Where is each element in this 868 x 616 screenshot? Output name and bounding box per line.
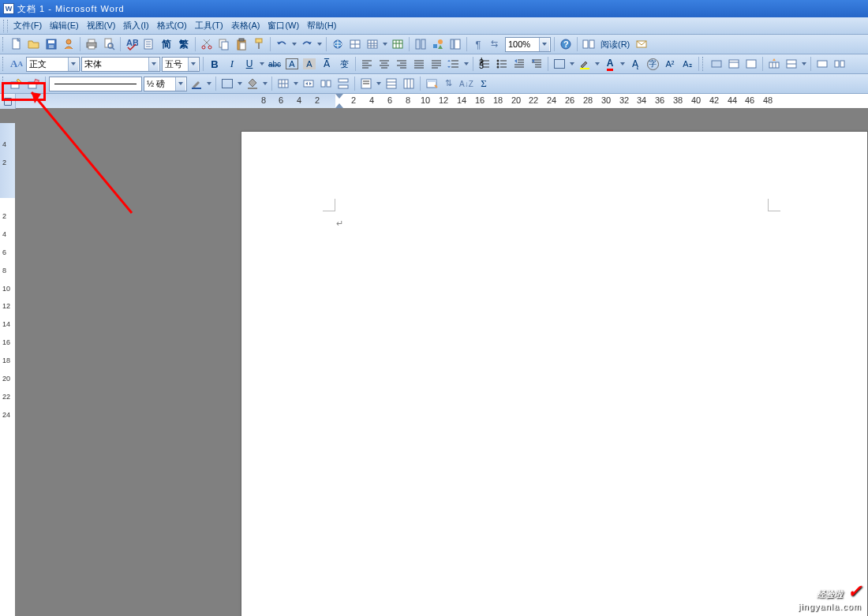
menu-edit[interactable]: 编辑(E) <box>46 18 83 33</box>
align-left-button[interactable] <box>358 56 376 73</box>
split-cells-button[interactable] <box>831 56 848 73</box>
undo-dropdown[interactable] <box>290 36 298 53</box>
horizontal-ruler[interactable]: 8642246810121416182022242628303234363840… <box>0 94 868 109</box>
insert-table-button[interactable] <box>364 36 381 53</box>
phonetic-button[interactable]: 变 <box>335 56 353 73</box>
align-cell-button[interactable] <box>357 76 375 92</box>
insert-rows-button[interactable] <box>765 56 783 73</box>
line-style-combo[interactable] <box>49 77 142 91</box>
paste-button[interactable] <box>233 36 250 53</box>
redo-dropdown[interactable] <box>316 36 324 53</box>
ruler-corner[interactable] <box>0 94 16 109</box>
decrease-indent-button[interactable] <box>511 56 528 73</box>
bullets-button[interactable] <box>493 56 511 73</box>
align-center-button[interactable] <box>376 56 393 73</box>
font-color-button[interactable]: A <box>601 56 619 73</box>
permission-button[interactable] <box>60 36 77 53</box>
table-dropdown[interactable] <box>381 36 389 53</box>
fontcolor-dropdown[interactable] <box>619 56 627 73</box>
char-scale-button[interactable]: A̅ <box>318 56 335 73</box>
dropdown-icon[interactable] <box>188 58 198 71</box>
dropdown-icon[interactable] <box>148 58 159 71</box>
help-button[interactable]: ? <box>557 36 574 53</box>
highlight-dropdown[interactable] <box>593 56 601 73</box>
document-area[interactable]: ↵ <box>16 123 868 616</box>
text-direction-button[interactable]: ⇆ <box>487 36 504 53</box>
drawing-button[interactable] <box>429 36 447 53</box>
autoformat-button[interactable] <box>725 56 743 73</box>
borders-button[interactable] <box>219 76 236 92</box>
grip-icon[interactable] <box>2 57 7 71</box>
menu-help[interactable]: 帮助(H) <box>303 18 340 33</box>
merge-cells-button[interactable] <box>814 56 831 73</box>
align-right-button[interactable] <box>393 56 410 73</box>
hyperlink-button[interactable] <box>329 36 346 53</box>
print-button[interactable] <box>83 36 100 53</box>
subscript-button[interactable]: A₂ <box>679 56 696 73</box>
styles-pane-button[interactable]: AA <box>8 56 25 73</box>
ruler-horizontal[interactable]: 8642246810121416182022242628303234363840… <box>16 94 868 108</box>
research-button[interactable] <box>140 36 158 53</box>
zoom-combo[interactable]: 100% <box>505 37 551 52</box>
strikethrough-button[interactable]: abc <box>266 56 283 73</box>
menu-format[interactable]: 格式(O) <box>153 18 191 33</box>
style-combo[interactable]: 正文 <box>26 57 80 72</box>
dropdown-icon[interactable] <box>175 77 185 91</box>
numbering-button[interactable]: 123 <box>476 56 493 73</box>
insert-excel-button[interactable] <box>389 36 406 53</box>
cut-button[interactable] <box>198 36 215 53</box>
menu-table[interactable]: 表格(A) <box>227 18 264 33</box>
delete-rows-button[interactable] <box>783 56 800 73</box>
grip-icon[interactable] <box>3 20 8 32</box>
circle-char-button[interactable]: 字 <box>644 56 661 73</box>
draw-table-button[interactable] <box>8 76 25 92</box>
indent-first-line-marker[interactable] <box>335 94 343 99</box>
insert-table-button2[interactable] <box>275 76 292 92</box>
showhide-button[interactable] <box>743 56 760 73</box>
print-preview-button[interactable] <box>100 36 118 53</box>
pencolor-dropdown[interactable] <box>205 76 213 92</box>
spellcheck-button[interactable]: AB <box>123 36 140 53</box>
inserttable-dropdown[interactable] <box>292 76 300 92</box>
undo-button[interactable] <box>273 36 290 53</box>
format-painter-button[interactable] <box>250 36 268 53</box>
docmap-button[interactable] <box>447 36 464 53</box>
menu-file[interactable]: 文件(F) <box>9 18 46 33</box>
new-doc-button[interactable] <box>8 36 25 53</box>
split-button[interactable] <box>317 76 335 92</box>
autoformat-table-button[interactable] <box>423 76 440 92</box>
size-combo[interactable]: 五号 <box>162 57 200 72</box>
char-shading-button[interactable]: A <box>301 56 318 73</box>
shading-button[interactable] <box>244 76 261 92</box>
increase-indent-button[interactable] <box>528 56 545 73</box>
border-box-button[interactable]: A <box>283 56 301 73</box>
merge-button[interactable] <box>300 76 317 92</box>
eraser-button[interactable] <box>25 76 43 92</box>
bold-button[interactable]: B <box>206 56 223 73</box>
pen-color-button[interactable] <box>188 76 205 92</box>
tables-borders-button[interactable] <box>346 36 364 53</box>
sort-button[interactable]: A↓Z <box>458 76 475 92</box>
italic-button[interactable]: I <box>223 56 241 73</box>
align-distribute-button[interactable] <box>428 56 445 73</box>
vertical-ruler[interactable]: 4224681012141618202224 <box>0 123 16 616</box>
indent-left-marker[interactable] <box>335 103 343 108</box>
traditional-button[interactable]: 繁 <box>175 36 193 53</box>
autotext-button[interactable] <box>708 56 725 73</box>
highlight-button[interactable] <box>576 56 593 73</box>
menu-view[interactable]: 视图(V) <box>83 18 120 33</box>
rows-dropdown[interactable] <box>800 56 808 73</box>
border-button[interactable] <box>551 56 568 73</box>
show-marks-button[interactable]: ¶ <box>470 36 487 53</box>
char-formatting-button[interactable]: Ą <box>627 56 644 73</box>
copy-button[interactable] <box>215 36 233 53</box>
envelope-button[interactable] <box>633 36 650 53</box>
page[interactable]: ↵ <box>241 131 868 616</box>
menu-tools[interactable]: 工具(T) <box>191 18 227 33</box>
simplified-button[interactable]: 简 <box>158 36 175 53</box>
grip-icon[interactable] <box>702 57 707 71</box>
linespacing-dropdown[interactable] <box>462 56 470 73</box>
borders-dropdown[interactable] <box>236 76 244 92</box>
text-direction-button[interactable]: ⇅ <box>440 76 458 92</box>
aligncell-dropdown[interactable] <box>375 76 383 92</box>
